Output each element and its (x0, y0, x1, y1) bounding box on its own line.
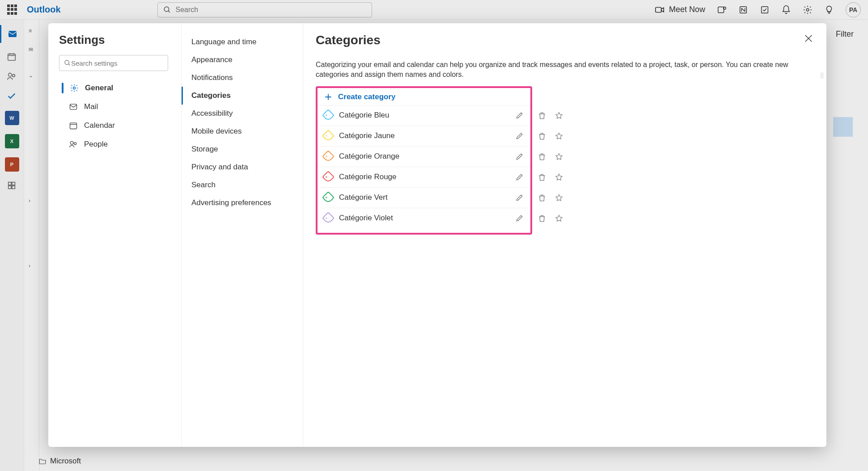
edit-button[interactable] (515, 111, 524, 120)
settings-title: Settings (59, 33, 175, 47)
content-scrollbar[interactable] (820, 72, 824, 79)
edit-button[interactable] (515, 172, 524, 181)
category-row: Catégorie Jaune (318, 126, 530, 146)
favorite-button[interactable] (555, 173, 563, 182)
delete-button[interactable] (538, 111, 546, 120)
tag-icon (322, 150, 334, 163)
category-actions (538, 214, 563, 223)
people-icon (69, 140, 79, 149)
plus-icon (324, 93, 333, 101)
category-name: Catégorie Violet (339, 214, 515, 223)
svg-point-21 (73, 87, 76, 89)
category-actions (538, 132, 563, 141)
subnav-accessibility[interactable]: Accessibility (182, 105, 303, 122)
svg-rect-22 (70, 104, 77, 109)
category-actions (538, 173, 563, 182)
tag-icon (322, 191, 334, 204)
category-actions (538, 111, 563, 120)
subnav-advertising[interactable]: Advertising preferences (182, 194, 303, 212)
category-row: Catégorie Bleu (318, 105, 530, 126)
svg-line-20 (68, 64, 70, 65)
subnav-categories[interactable]: Categories (182, 87, 303, 105)
settings-search[interactable] (59, 55, 168, 71)
tag-icon (322, 130, 334, 142)
settings-nav-mail[interactable]: Mail (59, 98, 175, 116)
category-row: Catégorie Vert (318, 187, 530, 208)
favorite-button[interactable] (555, 193, 563, 202)
settings-subnav-column: Language and time Appearance Notificatio… (182, 23, 303, 447)
edit-button[interactable] (515, 214, 524, 223)
subnav-mobile[interactable]: Mobile devices (182, 122, 303, 140)
edit-button[interactable] (515, 131, 524, 140)
svg-rect-23 (70, 123, 77, 129)
category-name: Catégorie Rouge (339, 172, 515, 181)
panel-description: Categorizing your email and calendar can… (316, 60, 814, 80)
subnav-storage[interactable]: Storage (182, 140, 303, 158)
tag-icon (322, 212, 334, 224)
nav-label: People (84, 140, 108, 149)
categories-highlight-box: Create category Catégorie BleuCatégorie … (316, 86, 532, 235)
delete-button[interactable] (538, 152, 546, 161)
calendar-icon (69, 121, 79, 130)
create-category-button[interactable]: Create category (318, 89, 530, 105)
edit-button[interactable] (515, 152, 524, 161)
favorite-button[interactable] (555, 111, 563, 120)
subnav-search[interactable]: Search (182, 176, 303, 194)
settings-nav-general[interactable]: General (59, 79, 175, 97)
mail-icon (69, 102, 79, 111)
close-icon (804, 34, 813, 43)
svg-point-19 (65, 60, 69, 64)
create-label: Create category (338, 93, 396, 101)
favorite-button[interactable] (555, 214, 563, 223)
subnav-privacy[interactable]: Privacy and data (182, 158, 303, 176)
nav-label: Calendar (84, 121, 115, 130)
category-name: Catégorie Vert (339, 193, 515, 202)
delete-button[interactable] (538, 173, 546, 182)
tag-icon (322, 109, 334, 122)
delete-button[interactable] (538, 193, 546, 202)
favorite-button[interactable] (555, 152, 563, 161)
delete-button[interactable] (538, 132, 546, 141)
category-row: Catégorie Orange (318, 146, 530, 167)
search-icon (64, 59, 71, 67)
favorite-button[interactable] (555, 132, 563, 141)
settings-dialog: Settings General Mail Calendar People (48, 23, 826, 447)
subnav-notifications[interactable]: Notifications (182, 69, 303, 87)
category-row: Catégorie Violet (318, 208, 530, 228)
panel-heading: Categories (316, 33, 814, 47)
settings-nav-column: Settings General Mail Calendar People (48, 23, 182, 447)
nav-label: General (85, 84, 113, 93)
settings-content-panel: Categories Categorizing your email and c… (303, 23, 826, 447)
category-row: Catégorie Rouge (318, 167, 530, 187)
svg-point-25 (70, 141, 73, 144)
subnav-language[interactable]: Language and time (182, 33, 303, 51)
subnav-appearance[interactable]: Appearance (182, 51, 303, 69)
settings-nav-people[interactable]: People (59, 135, 175, 153)
nav-label: Mail (84, 102, 98, 111)
category-actions (538, 152, 563, 161)
gear-icon (70, 84, 80, 93)
category-name: Catégorie Jaune (339, 131, 515, 140)
tag-icon (322, 171, 334, 183)
edit-button[interactable] (515, 193, 524, 202)
settings-nav-calendar[interactable]: Calendar (59, 117, 175, 135)
svg-point-26 (74, 143, 76, 145)
category-name: Catégorie Bleu (339, 111, 515, 120)
category-name: Catégorie Orange (339, 152, 515, 161)
category-actions (538, 193, 563, 202)
settings-search-input[interactable] (71, 59, 163, 67)
delete-button[interactable] (538, 214, 546, 223)
close-button[interactable] (801, 31, 816, 46)
